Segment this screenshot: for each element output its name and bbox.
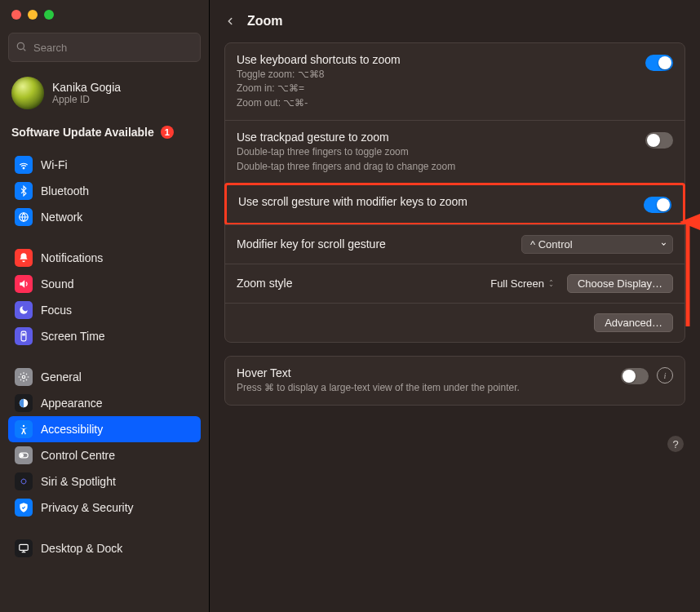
svg-point-9	[20, 454, 24, 457]
search-icon	[16, 41, 32, 55]
bluetooth-icon	[15, 182, 33, 200]
sidebar: Kanika Gogia Apple ID Software Update Av…	[0, 0, 210, 612]
sidebar-item-desktop[interactable]: Desktop & Dock	[8, 535, 201, 561]
search-field[interactable]	[8, 33, 201, 62]
close-window-button[interactable]	[11, 10, 21, 20]
advanced-button[interactable]: Advanced…	[594, 313, 673, 332]
sidebar-item-label: Sound	[41, 277, 73, 290]
sidebar-item-label: Siri & Spotlight	[41, 475, 116, 488]
sidebar-item-general[interactable]: General	[8, 364, 201, 390]
sidebar-item-label: Desktop & Dock	[41, 542, 122, 555]
kb-shortcut-sub: Toggle zoom: ⌥⌘8 Zoom in: ⌥⌘= Zoom out: …	[237, 68, 636, 110]
sound-icon	[15, 275, 33, 293]
network-icon	[15, 208, 33, 226]
scroll-gesture-title: Use scroll gesture with modifier keys to…	[238, 195, 634, 208]
screentime-icon	[15, 327, 33, 345]
sidebar-item-sound[interactable]: Sound	[8, 271, 201, 297]
svg-rect-4	[21, 331, 26, 341]
minimize-window-button[interactable]	[28, 10, 38, 20]
search-input[interactable]	[32, 41, 193, 55]
user-name: Kanika Gogia	[52, 81, 121, 94]
software-update-row[interactable]: Software Update Available 1	[8, 121, 201, 149]
sidebar-item-label: Appearance	[41, 397, 103, 410]
sidebar-item-label: Network	[41, 211, 82, 224]
main-content: Zoom Use keyboard shortcuts to zoom Togg…	[210, 0, 700, 612]
sidebar-item-notifications[interactable]: Notifications	[8, 245, 201, 271]
zoom-settings-panel: Use keyboard shortcuts to zoom Toggle zo…	[224, 42, 685, 343]
hover-text-panel: Hover Text Press ⌘ to display a large-te…	[224, 356, 685, 406]
zoom-style-label: Zoom style	[237, 277, 472, 290]
info-icon[interactable]: i	[657, 367, 673, 384]
modifier-key-label: Modifier key for scroll gesture	[237, 237, 512, 251]
svg-rect-13	[20, 544, 29, 550]
sidebar-item-label: Control Centre	[41, 449, 115, 462]
siri-icon	[15, 472, 33, 490]
help-button[interactable]: ?	[667, 436, 684, 452]
sidebar-item-bluetooth[interactable]: Bluetooth	[8, 178, 201, 204]
trackpad-title: Use trackpad gesture to zoom	[237, 131, 636, 144]
modifier-key-select[interactable]: ^ Control	[521, 235, 673, 254]
sidebar-item-label: Privacy & Security	[41, 501, 134, 514]
sidebar-item-screentime[interactable]: Screen Time	[8, 323, 201, 349]
svg-point-7	[23, 425, 24, 427]
avatar	[11, 77, 44, 109]
hover-text-title: Hover Text	[237, 366, 611, 379]
scroll-gesture-row: Use scroll gesture with modifier keys to…	[224, 183, 685, 225]
chevron-down-icon	[660, 241, 667, 248]
hover-text-sub: Press ⌘ to display a large-text view of …	[237, 381, 611, 395]
apple-id-row[interactable]: Kanika Gogia Apple ID	[8, 73, 201, 121]
svg-point-10	[20, 477, 29, 486]
user-sub: Apple ID	[52, 94, 121, 105]
sidebar-item-wifi[interactable]: Wi-Fi	[8, 152, 201, 178]
sidebar-item-label: Wi-Fi	[41, 158, 68, 171]
wifi-icon	[15, 156, 33, 174]
modifier-key-value: ^ Control	[530, 238, 573, 251]
update-label: Software Update Available	[11, 126, 154, 139]
svg-line-1	[24, 48, 26, 51]
desktop-icon	[15, 539, 33, 557]
fullscreen-window-button[interactable]	[44, 10, 54, 20]
scroll-gesture-toggle[interactable]	[644, 197, 671, 213]
sidebar-item-label: Focus	[41, 304, 72, 317]
zoom-style-select[interactable]: Full Screen	[482, 275, 559, 292]
window-controls	[8, 10, 201, 20]
sidebar-item-privacy[interactable]: Privacy & Security	[8, 494, 201, 521]
trackpad-sub: Double-tap three fingers to toggle zoom …	[237, 145, 636, 174]
appearance-icon	[15, 394, 33, 412]
page-title: Zoom	[247, 14, 283, 29]
back-button[interactable]	[224, 13, 236, 29]
sidebar-item-label: Screen Time	[41, 330, 105, 343]
focus-icon	[15, 301, 33, 319]
controlcentre-icon	[15, 446, 33, 464]
sidebar-item-label: General	[41, 370, 82, 384]
sidebar-item-appearance[interactable]: Appearance	[8, 390, 201, 416]
sidebar-item-label: Bluetooth	[41, 184, 89, 197]
sidebar-item-label: Notifications	[41, 251, 103, 264]
privacy-icon	[15, 499, 33, 517]
sidebar-item-accessibility[interactable]: Accessibility	[8, 416, 201, 442]
choose-display-button[interactable]: Choose Display…	[567, 274, 673, 293]
zoom-style-value: Full Screen	[490, 277, 544, 290]
kb-shortcut-toggle[interactable]	[645, 55, 673, 71]
trackpad-toggle[interactable]	[645, 132, 673, 149]
nav: Wi-FiBluetoothNetworkNotificationsSoundF…	[8, 149, 201, 561]
sidebar-item-siri[interactable]: Siri & Spotlight	[8, 468, 201, 494]
chevron-updown-icon	[548, 279, 554, 288]
sidebar-item-controlcentre[interactable]: Control Centre	[8, 442, 201, 468]
svg-point-0	[17, 42, 24, 49]
sidebar-item-label: Accessibility	[41, 423, 103, 436]
notifications-icon	[15, 249, 33, 267]
hover-text-toggle[interactable]	[621, 368, 649, 384]
general-icon	[15, 368, 33, 386]
sidebar-item-network[interactable]: Network	[8, 204, 201, 230]
svg-point-5	[22, 375, 25, 379]
svg-point-2	[23, 167, 24, 169]
accessibility-icon	[15, 420, 33, 438]
kb-shortcut-title: Use keyboard shortcuts to zoom	[237, 53, 636, 66]
update-badge: 1	[161, 126, 174, 139]
sidebar-item-focus[interactable]: Focus	[8, 297, 201, 323]
